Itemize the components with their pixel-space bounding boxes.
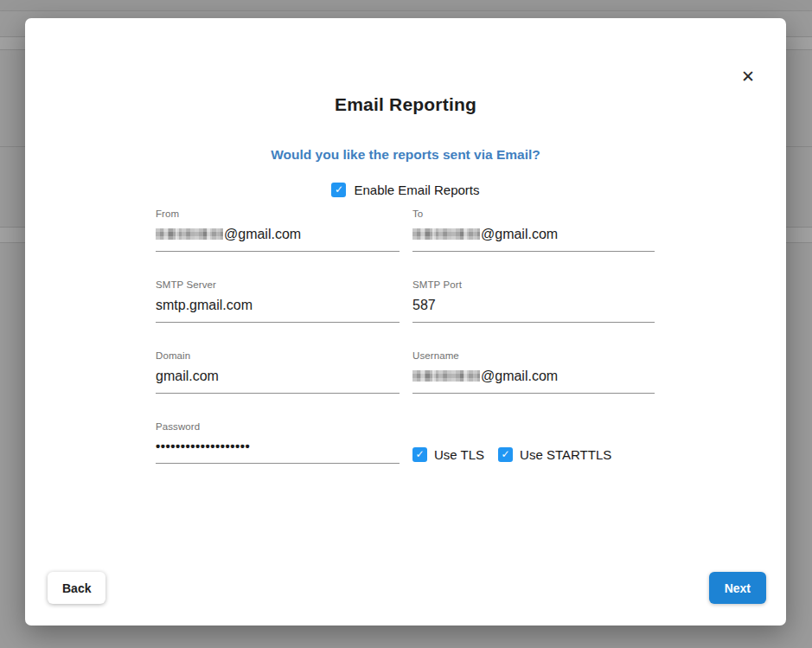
username-value: @gmail.com [481,369,558,383]
use-starttls-label: Use STARTTLS [520,447,611,462]
from-input[interactable]: @gmail.com [156,226,400,252]
domain-field: Domain gmail.com [156,350,400,394]
back-button[interactable]: Back [48,572,105,604]
password-input[interactable]: ••••••••••••••••••• [156,439,400,464]
next-button[interactable]: Next [709,572,766,604]
enable-email-reports-checkbox[interactable]: ✓ [331,183,346,197]
password-field: Password ••••••••••••••••••• [156,421,400,464]
smtp-settings-form: From @gmail.com To @gmail.com SMTP Serve… [156,209,655,464]
enable-email-reports-row: ✓ Enable Email Reports [25,182,786,197]
starttls-group: ✓ Use STARTTLS [498,447,611,462]
enable-email-reports-label: Enable Email Reports [354,183,479,197]
background-topbar [0,0,812,11]
smtp-server-label: SMTP Server [156,279,400,290]
from-label: From [156,209,400,219]
tls-options-row: ✓ Use TLS ✓ Use STARTTLS [412,445,655,464]
redacted-text [412,370,480,382]
smtp-port-input[interactable]: 587 [412,297,655,323]
smtp-server-input[interactable]: smtp.gmail.com [156,297,400,323]
use-starttls-checkbox[interactable]: ✓ [498,447,513,462]
redacted-text [412,228,480,240]
domain-input[interactable]: gmail.com [156,368,400,394]
from-value: @gmail.com [224,227,301,241]
check-icon: ✓ [335,184,343,195]
smtp-server-field: SMTP Server smtp.gmail.com [156,279,400,323]
to-label: To [412,209,655,219]
use-tls-checkbox[interactable]: ✓ [412,447,427,462]
to-value: @gmail.com [481,227,558,241]
email-reporting-dialog: ✕ Email Reporting Would you like the rep… [25,18,786,626]
domain-label: Domain [156,350,400,361]
close-icon[interactable]: ✕ [736,64,760,88]
dialog-title: Email Reporting [25,94,786,114]
to-field: To @gmail.com [412,209,655,252]
smtp-port-label: SMTP Port [412,279,655,290]
from-field: From @gmail.com [156,209,400,252]
password-label: Password [156,421,400,432]
smtp-port-field: SMTP Port 587 [412,279,655,323]
check-icon: ✓ [502,449,510,459]
username-field: Username @gmail.com [412,350,655,394]
username-input[interactable]: @gmail.com [412,368,655,394]
redacted-text [156,228,223,240]
dialog-subtitle: Would you like the reports sent via Emai… [25,147,786,162]
use-tls-label: Use TLS [434,447,484,462]
username-label: Username [412,350,655,361]
to-input[interactable]: @gmail.com [412,226,655,252]
check-icon: ✓ [415,449,424,459]
